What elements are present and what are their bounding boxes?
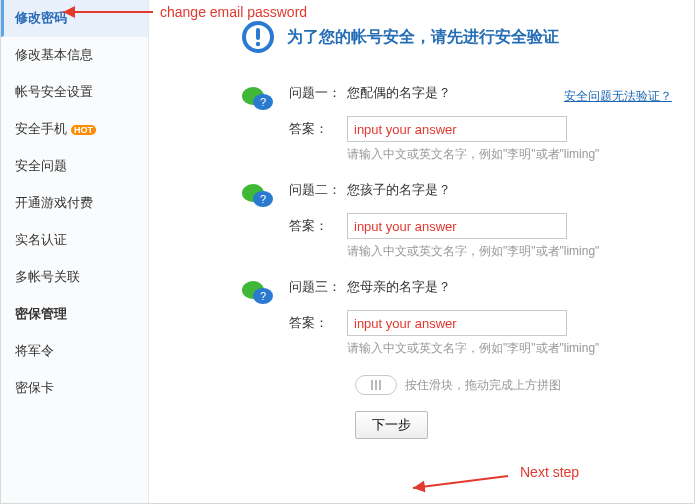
answer-hint: 请输入中文或英文名字，例如"李明"或者"liming" bbox=[347, 340, 672, 357]
header-title: 为了您的帐号安全，请先进行安全验证 bbox=[287, 27, 559, 48]
sidebar-item-label: 开通游戏付费 bbox=[15, 195, 93, 210]
question-text: 您孩子的名字是？ bbox=[347, 181, 451, 199]
sidebar-item-basic-info[interactable]: 修改基本信息 bbox=[1, 37, 148, 74]
captcha-slider-row: 按住滑块，拖动完成上方拼图 bbox=[355, 375, 672, 395]
svg-point-3 bbox=[256, 42, 260, 46]
chat-bubble-icon: ? bbox=[241, 86, 275, 114]
question-block-3: ? 问题三： 您母亲的名字是？ 答案： 请输入中文或英文名字，例如"李明"或者"… bbox=[241, 278, 672, 357]
sidebar-item-security-card[interactable]: 密保卡 bbox=[1, 370, 148, 407]
sidebar-item-multi-account[interactable]: 多帐号关联 bbox=[1, 259, 148, 296]
next-step-button[interactable]: 下一步 bbox=[355, 411, 428, 439]
question-label: 问题三： bbox=[289, 278, 347, 296]
answer-input-1[interactable] bbox=[347, 116, 567, 142]
question-label: 问题二： bbox=[289, 181, 347, 199]
sidebar-item-label: 将军令 bbox=[15, 343, 54, 358]
sidebar: 修改密码 修改基本信息 帐号安全设置 安全手机HOT 安全问题 开通游戏付费 实… bbox=[1, 0, 149, 503]
answer-label: 答案： bbox=[289, 120, 347, 138]
main-panel: 为了您的帐号安全，请先进行安全验证 ? 问题一： 您配偶的名字是？ 答案： 请输… bbox=[149, 0, 694, 503]
sidebar-item-realname[interactable]: 实名认证 bbox=[1, 222, 148, 259]
answer-hint: 请输入中文或英文名字，例如"李明"或者"liming" bbox=[347, 243, 672, 260]
question-block-1: ? 问题一： 您配偶的名字是？ 答案： 请输入中文或英文名字，例如"李明"或者"… bbox=[241, 84, 672, 163]
sidebar-item-label: 安全问题 bbox=[15, 158, 67, 173]
sidebar-item-label: 帐号安全设置 bbox=[15, 84, 93, 99]
sidebar-item-label: 多帐号关联 bbox=[15, 269, 80, 284]
svg-rect-2 bbox=[256, 28, 260, 40]
chat-bubble-icon: ? bbox=[241, 280, 275, 308]
answer-label: 答案： bbox=[289, 217, 347, 235]
question-label: 问题一： bbox=[289, 84, 347, 102]
sidebar-item-security-question[interactable]: 安全问题 bbox=[1, 148, 148, 185]
chat-bubble-icon: ? bbox=[241, 183, 275, 211]
sidebar-item-label: 修改密码 bbox=[15, 10, 67, 25]
sidebar-item-label: 修改基本信息 bbox=[15, 47, 93, 62]
help-link[interactable]: 安全问题无法验证？ bbox=[564, 88, 672, 105]
sidebar-item-change-password[interactable]: 修改密码 bbox=[1, 0, 148, 37]
sidebar-item-game-payment[interactable]: 开通游戏付费 bbox=[1, 185, 148, 222]
sidebar-item-safe-phone[interactable]: 安全手机HOT bbox=[1, 111, 148, 148]
captcha-slider-text: 按住滑块，拖动完成上方拼图 bbox=[405, 377, 561, 394]
answer-input-3[interactable] bbox=[347, 310, 567, 336]
sidebar-item-label: 密保管理 bbox=[15, 306, 67, 321]
sidebar-item-label: 安全手机 bbox=[15, 121, 67, 136]
captcha-slider-handle[interactable] bbox=[355, 375, 397, 395]
sidebar-item-security-settings[interactable]: 帐号安全设置 bbox=[1, 74, 148, 111]
svg-text:?: ? bbox=[260, 290, 266, 302]
question-block-2: ? 问题二： 您孩子的名字是？ 答案： 请输入中文或英文名字，例如"李明"或者"… bbox=[241, 181, 672, 260]
answer-input-2[interactable] bbox=[347, 213, 567, 239]
sidebar-item-label: 密保卡 bbox=[15, 380, 54, 395]
question-text: 您配偶的名字是？ bbox=[347, 84, 451, 102]
alert-icon bbox=[241, 20, 275, 54]
svg-text:?: ? bbox=[260, 96, 266, 108]
answer-hint: 请输入中文或英文名字，例如"李明"或者"liming" bbox=[347, 146, 672, 163]
sidebar-item-security-mgmt[interactable]: 密保管理 bbox=[1, 296, 148, 333]
answer-label: 答案： bbox=[289, 314, 347, 332]
hot-badge: HOT bbox=[71, 125, 96, 135]
sidebar-item-general-token[interactable]: 将军令 bbox=[1, 333, 148, 370]
svg-text:?: ? bbox=[260, 193, 266, 205]
sidebar-item-label: 实名认证 bbox=[15, 232, 67, 247]
question-text: 您母亲的名字是？ bbox=[347, 278, 451, 296]
